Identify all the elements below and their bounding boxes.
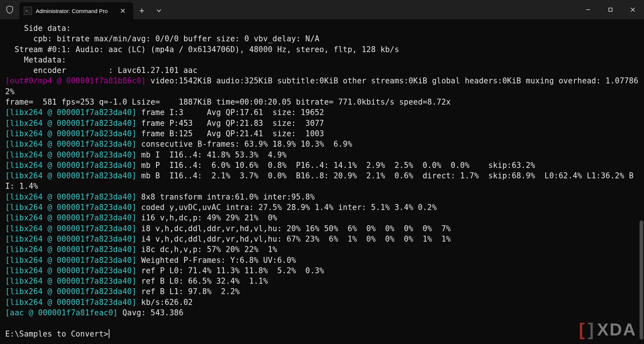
terminal-text: frame P:453 Avg QP:21.83 size: 3077 xyxy=(137,119,324,128)
close-tab-button[interactable] xyxy=(118,6,128,16)
terminal-text: [libx264 @ 000001f7a823da40] xyxy=(5,108,137,117)
uac-shield-icon xyxy=(0,0,19,19)
active-tab[interactable]: >_ Administrator: Command Pro xyxy=(19,2,133,19)
terminal-text: Stream #0:1: Audio: aac (LC) (mp4a / 0x6… xyxy=(5,45,399,54)
scrollbar-track[interactable] xyxy=(639,19,644,344)
minimize-button[interactable] xyxy=(577,0,599,19)
svg-text:>_: >_ xyxy=(26,9,30,13)
terminal-text: cpb: bitrate max/min/avg: 0/0/0 buffer s… xyxy=(5,34,319,43)
terminal-text: Side data: xyxy=(5,24,71,33)
terminal-output[interactable]: Side data: cpb: bitrate max/min/avg: 0/0… xyxy=(0,19,639,344)
plus-icon xyxy=(139,8,144,13)
terminal-text: [libx264 @ 000001f7a823da40] xyxy=(5,224,137,233)
terminal-text: Weighted P-Frames: Y:6.8% UV:6.0% xyxy=(137,256,296,265)
terminal-text: [libx264 @ 000001f7a823da40] xyxy=(5,171,137,180)
terminal-text: ref B L0: 66.5% 32.4% 1.1% xyxy=(137,277,268,286)
terminal-text: Metadata: xyxy=(5,55,66,64)
titlebar: >_ Administrator: Command Pro xyxy=(0,0,644,19)
close-icon xyxy=(121,9,125,13)
terminal-text: 8x8 transform intra:61.0% inter:95.8% xyxy=(137,192,315,201)
terminal-text: ref B L1: 97.8% 2.2% xyxy=(137,287,240,296)
minimize-icon xyxy=(586,7,590,12)
terminal-text: Qavg: 543.386 xyxy=(118,308,183,317)
terminal-text: consecutive B-frames: 63.9% 18.9% 10.3% … xyxy=(137,140,353,149)
terminal-text: [libx264 @ 000001f7a823da40] xyxy=(5,203,137,212)
terminal-text: [libx264 @ 000001f7a823da40] xyxy=(5,192,137,201)
terminal-text: [aac @ 000001f7a81feac0] xyxy=(5,308,118,317)
svg-rect-6 xyxy=(609,8,612,12)
terminal-text: [libx264 @ 000001f7a823da40] xyxy=(5,266,137,275)
terminal-text: [out#0/mp4 @ 000001f7a81b86c0] xyxy=(5,76,146,85)
terminal-text: [libx264 @ 000001f7a823da40] xyxy=(5,256,137,265)
terminal-text: mb P I16..4: 6.0% 10.6% 0.8% P16..4: 14.… xyxy=(137,161,535,170)
terminal-pane[interactable]: Side data: cpb: bitrate max/min/avg: 0/0… xyxy=(0,19,644,344)
terminal-text: [libx264 @ 000001f7a823da40] xyxy=(5,129,137,138)
chevron-down-icon xyxy=(156,9,162,13)
maximize-icon xyxy=(608,7,613,12)
terminal-text: ref P L0: 71.4% 11.3% 11.8% 5.2% 0.3% xyxy=(137,266,324,275)
terminal-text: encoder : Lavc61.27.101 aac xyxy=(5,66,198,75)
close-window-button[interactable] xyxy=(622,0,644,19)
cursor xyxy=(109,329,109,338)
close-icon xyxy=(631,7,635,12)
tab-dropdown-button[interactable] xyxy=(150,2,168,19)
terminal-text: i8c dc,h,v,p: 57% 20% 22% 1% xyxy=(137,245,277,254)
terminal-text: [libx264 @ 000001f7a823da40] xyxy=(5,150,137,159)
terminal-text: [libx264 @ 000001f7a823da40] xyxy=(5,119,137,128)
terminal-text: kb/s:626.02 xyxy=(137,298,193,307)
terminal-text: i8 v,h,dc,ddl,ddr,vr,hd,vl,hu: 20% 16% 5… xyxy=(137,224,451,233)
terminal-text: i16 v,h,dc,p: 49% 29% 21% 0% xyxy=(137,213,277,222)
terminal-text: mb I I16..4: 41.8% 53.3% 4.9% xyxy=(137,150,287,159)
terminal-text: frame I:3 Avg QP:17.61 size: 19652 xyxy=(137,108,324,117)
terminal-text: [libx264 @ 000001f7a823da40] xyxy=(5,213,137,222)
terminal-text: [libx264 @ 000001f7a823da40] xyxy=(5,245,137,254)
terminal-text: i4 v,h,dc,ddl,ddr,vr,hd,vl,hu: 67% 23% 6… xyxy=(137,235,451,243)
terminal-text: frame B:125 Avg QP:21.41 size: 1003 xyxy=(137,129,324,138)
terminal-text: coded y,uvDC,uvAC intra: 27.5% 28.9% 1.4… xyxy=(137,203,437,212)
terminal-icon: >_ xyxy=(24,7,32,15)
terminal-text: [libx264 @ 000001f7a823da40] xyxy=(5,298,137,307)
terminal-text: [libx264 @ 000001f7a823da40] xyxy=(5,140,137,149)
terminal-text: [libx264 @ 000001f7a823da40] xyxy=(5,277,137,286)
terminal-text: [libx264 @ 000001f7a823da40] xyxy=(5,235,137,243)
maximize-button[interactable] xyxy=(599,0,622,19)
scrollbar-thumb[interactable] xyxy=(640,220,643,340)
titlebar-drag-region[interactable] xyxy=(168,0,577,19)
window-controls xyxy=(577,0,644,19)
new-tab-button[interactable] xyxy=(133,2,150,19)
terminal-text: [libx264 @ 000001f7a823da40] xyxy=(5,287,137,296)
terminal-text: frame= 581 fps=253 q=-1.0 Lsize= 1887KiB… xyxy=(5,98,451,106)
prompt: E:\Samples to Convert> xyxy=(5,329,108,338)
terminal-text: [libx264 @ 000001f7a823da40] xyxy=(5,161,137,170)
tab-title: Administrator: Command Pro xyxy=(36,8,114,14)
